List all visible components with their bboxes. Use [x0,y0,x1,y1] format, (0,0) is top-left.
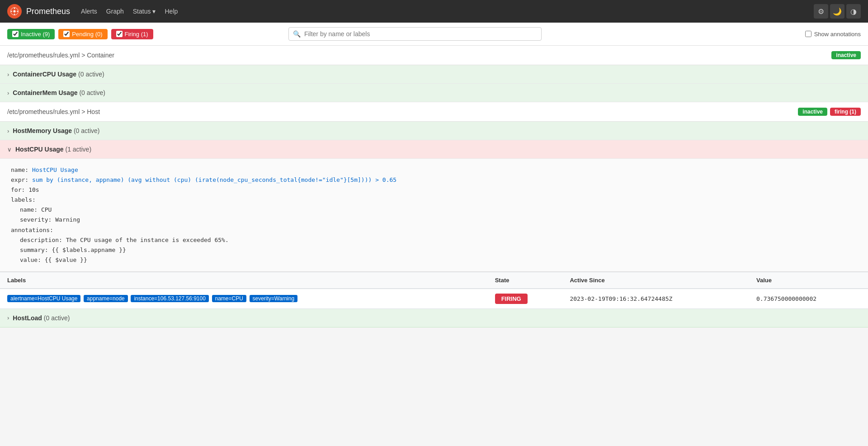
prometheus-logo [7,4,22,19]
firing-filter[interactable]: Firing (1) [111,29,153,39]
nav-alerts[interactable]: Alerts [81,6,97,17]
brand-link[interactable]: Prometheus [7,4,70,19]
show-annotations-checkbox[interactable] [805,31,811,37]
host-group-badges: inactive firing (1) [798,108,861,116]
host-group-path: /etc/prometheus/rules.yml > Host [7,108,100,115]
host-inactive-badge: inactive [798,108,827,116]
navbar-right-controls: ⚙ 🌙 ◑ [814,4,861,19]
label-tag-name: name=CPU [212,295,246,302]
row-active-since: 2023-02-19T09:16:32.64724485Z [562,289,749,309]
search-icon: 🔍 [293,30,301,38]
col-labels: Labels [0,272,488,289]
host-memory-name: HostMemory Usage (0 active) [13,127,99,134]
svg-point-1 [14,10,16,13]
container-cpu-name: ContainerCPU Usage (0 active) [13,71,104,78]
host-memory-count: (0 active) [74,127,100,134]
host-load-count: (0 active) [44,314,70,322]
container-mem-count: (0 active) [79,89,105,96]
host-cpu-name: HostCPU Usage (1 active) [15,146,91,153]
host-memory-toggle: › [7,128,9,134]
main-content: /etc/prometheus/rules.yml > Container in… [0,46,868,327]
chevron-down-icon: ▾ [152,8,156,15]
col-value: Value [749,272,868,289]
container-cpu-count: (0 active) [78,71,104,78]
row-value: 0.736750000000002 [749,289,868,309]
table-row: alertname=HostCPU Usage appname=node ins… [0,289,868,309]
container-inactive-badge: inactive [831,51,861,59]
host-firing-badge: firing (1) [830,108,861,116]
container-group-header: /etc/prometheus/rules.yml > Container in… [0,46,868,65]
theme-button[interactable]: ◑ [846,4,861,19]
label-tag-instance: instance=106.53.127.56:9100 [131,295,208,302]
alert-table: Labels State Active Since Value alertnam… [0,272,868,309]
pending-filter[interactable]: Pending (0) [58,29,107,39]
host-load-toggle: › [7,314,9,321]
search-box: 🔍 [288,27,542,41]
host-load-row[interactable]: › HostLoad (0 active) [0,309,868,327]
host-memory-row[interactable]: › HostMemory Usage (0 active) [0,122,868,140]
host-cpu-row[interactable]: ∨ HostCPU Usage (1 active) [0,140,868,159]
nav-graph[interactable]: Graph [106,6,124,17]
host-load-name: HostLoad (0 active) [13,314,70,322]
row-labels: alertname=HostCPU Usage appname=node ins… [0,289,488,309]
firing-state-button[interactable]: FIRING [495,294,528,304]
container-group-badges: inactive [831,51,861,59]
pending-checkbox[interactable] [63,31,70,37]
dark-mode-button[interactable]: 🌙 [830,4,844,19]
container-group-path: /etc/prometheus/rules.yml > Container [7,52,114,59]
nav-help[interactable]: Help [165,6,178,17]
search-input[interactable] [288,27,542,41]
inactive-checkbox[interactable] [12,31,19,37]
host-cpu-count: (1 active) [65,146,91,153]
firing-label: Firing (1) [125,31,148,38]
container-mem-row[interactable]: › ContainerMem Usage (0 active) [0,84,868,102]
container-cpu-toggle: › [7,71,9,78]
show-annotations-toggle[interactable]: Show annotations [805,31,861,38]
inactive-filter[interactable]: Inactive (9) [7,29,55,39]
container-mem-name: ContainerMem Usage (0 active) [13,89,105,96]
container-mem-toggle: › [7,90,9,96]
pending-label: Pending (0) [72,31,102,38]
show-annotations-label: Show annotations [814,31,861,38]
container-rule-group: /etc/prometheus/rules.yml > Container in… [0,46,868,102]
row-state: FIRING [488,289,563,309]
label-tag-alertname: alertname=HostCPU Usage [7,295,80,302]
nav-status[interactable]: Status ▾ [133,6,156,17]
filter-bar: Inactive (9) Pending (0) Firing (1) 🔍 Sh… [0,23,868,46]
brand-name: Prometheus [26,7,70,16]
settings-button[interactable]: ⚙ [814,4,828,19]
host-group-header: /etc/prometheus/rules.yml > Host inactiv… [0,102,868,122]
firing-checkbox[interactable] [116,31,123,37]
inactive-label: Inactive (9) [21,31,50,38]
container-cpu-row[interactable]: › ContainerCPU Usage (0 active) [0,65,868,84]
host-cpu-detail: name: HostCPU Usage expr: sum by (instan… [0,159,868,272]
label-tag-severity: severity=Warning [250,295,298,302]
filter-checkboxes: Inactive (9) Pending (0) Firing (1) [7,29,153,39]
nav-links: Alerts Graph Status ▾ Help [81,6,178,17]
host-cpu-toggle: ∨ [7,146,12,153]
col-state: State [488,272,563,289]
host-rule-group: /etc/prometheus/rules.yml > Host inactiv… [0,102,868,327]
navbar: Prometheus Alerts Graph Status ▾ Help ⚙ … [0,0,868,23]
col-active-since: Active Since [562,272,749,289]
label-tag-appname: appname=node [84,295,128,302]
